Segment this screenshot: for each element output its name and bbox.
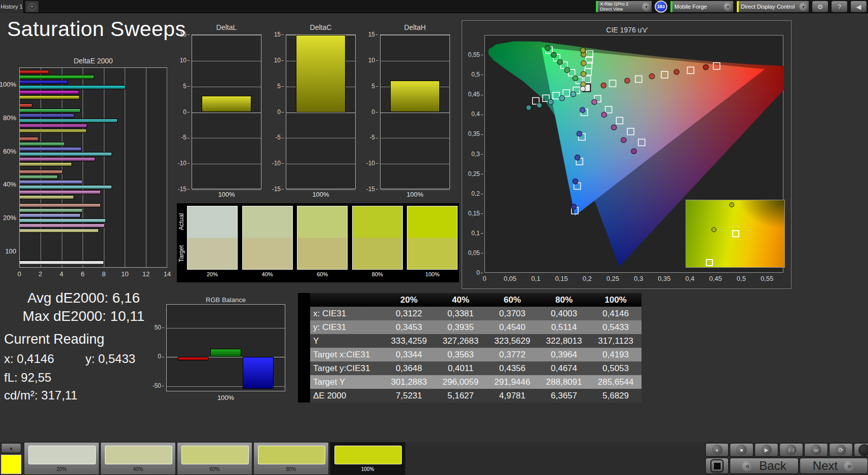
table-row-strip [298,361,310,375]
y-tick-label: 0 [277,108,284,116]
deltae-bar [20,103,32,107]
cie-x-tick: 0,2 [583,275,592,282]
gridline [381,190,449,190]
table-column-header: 100% [590,293,641,307]
stop-icon: ■ [736,445,747,455]
toolbar-expand-button[interactable]: ▲ [1,443,21,453]
deltaL-plot [192,34,261,189]
cie-y-tick: 0 [476,269,483,276]
swatch-color [105,446,172,464]
swatch-button-label: 40% [101,466,175,472]
continuous-measure-button[interactable]: ∞ [804,443,828,457]
workflow-dropdown[interactable]: Direct Display Control ▼ [736,1,809,13]
y-tick-label: 10 [180,57,190,64]
measure-window-button[interactable]: [··] [779,443,803,457]
add-tab-button[interactable]: + [25,1,39,12]
cie-measured-point [571,92,576,97]
saturation-swatch-button-80[interactable]: 80% [253,442,329,475]
calman-screen: History 1 + X-Rite i1Pro 2 Direct View ▼… [0,0,868,475]
settings-button[interactable]: ⚙ [812,1,828,13]
max-de2000-stat: Max dE2000: 10,11 [0,308,167,324]
table-cell: 323,5629 [486,334,538,348]
gear-icon: ⚙ [817,3,823,11]
deltae-x-tick: 6 [81,270,85,278]
inset-target-square [732,230,739,237]
y-tick-label: -50 [153,382,164,389]
rgb-balance-plot [166,304,285,391]
play-icon: ▶ [761,445,772,455]
source-label: Mobile Forge [674,4,707,10]
next-button[interactable]: Next » [800,458,868,474]
cie-y-tick: 0,15 [468,210,483,217]
deltae-x-tick: 8 [102,270,105,278]
current-fl-value: fL: 92,55 [4,371,51,385]
source-status-bar [670,1,672,12]
deltaH-plot [380,34,450,189]
cie-measured-point [592,99,597,104]
cie-measured-point [548,99,553,104]
measurement-table: 20%40%60%80%100%x: CIE310,31220,33810,37… [298,293,641,403]
bracket-dots-icon: [··] [786,445,797,455]
table-row: x: CIE310,31220,33810,37030,40030,4146 [298,307,641,320]
cie-measured-point [545,46,550,51]
deltae-bar [20,170,63,174]
source-dropdown[interactable]: Mobile Forge ▼ [670,1,734,13]
table-row-label: x: CIE31 [310,307,383,320]
deltaC-x-label: 100% [286,191,356,198]
avg-de2000-stat: Avg dE2000: 6,16 [0,290,167,306]
chevron-down-icon: ▼ [724,3,732,11]
saturation-swatch-button-40[interactable]: 40% [100,442,176,475]
deltaH-title: DeltaH [380,23,450,31]
table-cell: 5,6829 [590,389,641,403]
deltae-bar [20,142,65,146]
deltae-bar [20,75,94,79]
saturation-swatch-button-60[interactable]: 60% [177,442,252,475]
gridline [192,87,261,87]
actual-swatch [407,206,457,238]
record-indicator-button[interactable] [854,443,868,457]
cie-y-tick: 0,4 [471,111,483,118]
back-button[interactable]: « Back [730,458,799,474]
swatch-column: 40% [242,206,293,277]
cie-x-tick: 0,45 [709,275,722,282]
table-cell: 0,4146 [590,307,641,320]
cie-measured-point [580,48,585,53]
table-corner [310,293,383,307]
stop-button[interactable]: ■ [730,443,753,457]
cie-y-axis: 0,550,50,450,40,350,30,250,20,150,10,050 [462,35,483,273]
saturation-swatch-button-100[interactable]: 100% [330,442,405,475]
table-column-header: 20% [383,293,435,307]
play-button[interactable]: ▶ [754,443,778,457]
meter-count-badge[interactable]: 163 [655,1,667,13]
cie-title: CIE 1976 u'v' [462,26,792,34]
table-column-header: 80% [538,293,590,307]
deltae-category-label: 100% [0,80,16,88]
chevron-down-icon: ▼ [642,3,651,11]
deltae-bar-group [20,235,167,268]
gridline [381,35,449,35]
stop-large-button[interactable] [705,458,729,474]
loop-button[interactable]: ⟳ [829,443,853,457]
saturation-swatch-button-20[interactable]: 20% [24,442,99,475]
gridline [192,164,261,164]
help-button[interactable]: ? [831,1,848,13]
table-corner [298,293,310,307]
transport-up-button[interactable]: ▲ [705,443,729,457]
deltae-bar [20,129,87,133]
table-cell: 0,4356 [486,361,538,375]
cie-measured-point [581,71,586,77]
table-cell: 0,3344 [383,348,435,361]
cie-measured-point [649,74,654,79]
table-cell: 0,3453 [383,320,435,334]
tab-history-1[interactable]: History 1 [0,0,24,13]
swatch-button-label: 20% [24,466,99,472]
gridline [286,164,355,164]
table-cell: 7,5231 [383,389,435,403]
actual-target-panel: Actual Target 20%40%60%80%100% [177,203,459,282]
collapse-panel-button[interactable]: ◀ [850,1,867,13]
actual-row-label: Actual [178,206,185,238]
gridline [192,35,261,35]
deltae-bar-group [20,135,167,168]
meter-dropdown[interactable]: X-Rite i1Pro 2 Direct View ▼ [595,1,652,13]
swatch-color [334,446,402,464]
